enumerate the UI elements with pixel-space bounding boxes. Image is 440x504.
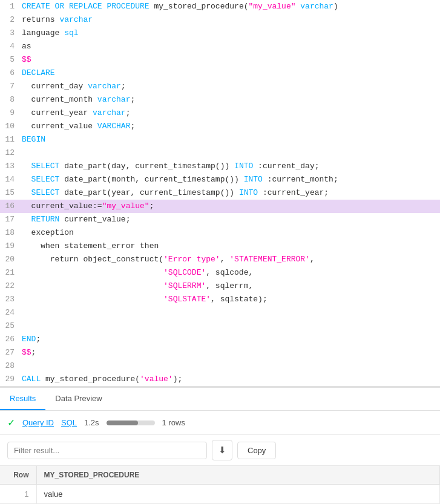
col-header-row: Row: [0, 466, 36, 485]
code-line-28: 28: [0, 359, 440, 373]
code-line-5: 5 $$: [0, 53, 440, 67]
results-panel: Results Data Preview ✓ Query ID SQL 1.2s…: [0, 387, 440, 504]
duration-label: 1.2s: [84, 418, 99, 427]
col-header-procedure: MY_STORED_PROCEDURE: [36, 466, 440, 485]
progress-bar-fill: [107, 421, 138, 425]
code-line-15: 15 SELECT date_part(year, current_timest…: [0, 186, 440, 200]
code-line-10: 10 current_value VARCHAR;: [0, 120, 440, 133]
code-editor: 1 CREATE OR REPLACE PROCEDURE my_stored_…: [0, 0, 440, 387]
results-tabs: Results Data Preview: [0, 388, 440, 411]
query-id-link[interactable]: Query ID: [22, 418, 54, 427]
progress-bar: [107, 421, 155, 425]
code-line-6: 6 DECLARE: [0, 67, 440, 80]
rows-count-label: 1 rows: [162, 418, 185, 427]
code-line-7: 7 current_day varchar;: [0, 80, 440, 93]
tab-results[interactable]: Results: [0, 388, 45, 410]
code-line-24: 24: [0, 306, 440, 319]
copy-label: Copy: [248, 446, 266, 455]
code-line-16: 16 current_value:="my_value";: [0, 200, 440, 213]
code-line-29: 29 CALL my_stored_procedure('value');: [0, 373, 440, 386]
download-button[interactable]: ⬇: [212, 440, 232, 460]
filter-input[interactable]: [7, 442, 207, 459]
code-line-23: 23 'SQLSTATE', sqlstate);: [0, 293, 440, 306]
cell-row-num: 1: [0, 485, 36, 504]
code-line-8: 8 current_month varchar;: [0, 93, 440, 106]
sql-link[interactable]: SQL: [61, 418, 77, 427]
code-line-27: 27 $$;: [0, 346, 440, 359]
code-line-13: 13 SELECT date_part(day, current_timesta…: [0, 160, 440, 173]
copy-button[interactable]: Copy: [237, 442, 276, 459]
table-row: 1 value: [0, 485, 440, 504]
code-line-21: 21 'SQLCODE', sqlcode,: [0, 266, 440, 280]
code-line-1: 1 CREATE OR REPLACE PROCEDURE my_stored_…: [0, 0, 440, 13]
code-line-14: 14 SELECT date_part(month, current_times…: [0, 173, 440, 186]
code-line-17: 17 RETURN current_value;: [0, 213, 440, 226]
code-line-11: 11 BEGIN: [0, 133, 440, 146]
filter-row: ⬇ Copy: [0, 435, 440, 466]
code-line-20: 20 return object_construct('Error type',…: [0, 253, 440, 266]
success-check-icon: ✓: [7, 417, 15, 428]
results-toolbar: ✓ Query ID SQL 1.2s 1 rows: [0, 411, 440, 435]
code-line-18: 18 exception: [0, 226, 440, 240]
code-line-2: 2 returns varchar: [0, 13, 440, 27]
tab-data-preview[interactable]: Data Preview: [45, 388, 111, 410]
cell-value: value: [36, 485, 440, 504]
code-line-19: 19 when statement_error then: [0, 240, 440, 253]
code-line-12: 12: [0, 146, 440, 160]
results-table: Row MY_STORED_PROCEDURE 1 value: [0, 466, 440, 504]
download-icon: ⬇: [218, 445, 226, 456]
code-line-3: 3 language sql: [0, 27, 440, 40]
code-line-4: 4 as: [0, 40, 440, 53]
code-line-25: 25: [0, 319, 440, 333]
code-line-9: 9 current_year varchar;: [0, 106, 440, 120]
code-line-26: 26 END;: [0, 333, 440, 346]
code-line-22: 22 'SQLERRM', sqlerrm,: [0, 280, 440, 293]
